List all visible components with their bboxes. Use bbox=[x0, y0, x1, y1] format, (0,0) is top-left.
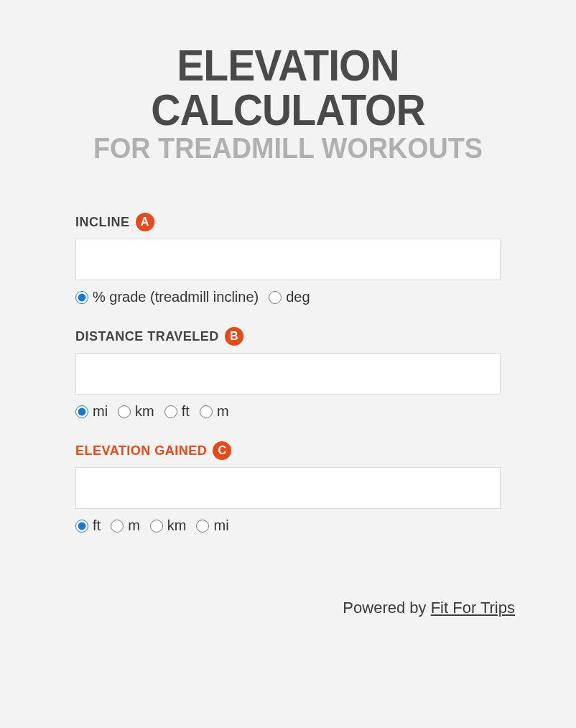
elevation-unit-ft[interactable]: ft bbox=[75, 517, 101, 534]
elevation-unit-km[interactable]: km bbox=[150, 517, 187, 534]
incline-label: INCLINE bbox=[75, 215, 130, 230]
incline-input[interactable] bbox=[75, 239, 501, 280]
footer-prefix: Powered by bbox=[343, 599, 430, 617]
badge-c-icon: C bbox=[213, 441, 231, 460]
elevation-unit-m[interactable]: m bbox=[111, 517, 140, 534]
distance-label-row: DISTANCE TRAVELED B bbox=[75, 327, 501, 346]
incline-radio-deg[interactable] bbox=[269, 291, 282, 304]
incline-unit-row: % grade (treadmill incline) deg bbox=[75, 289, 501, 305]
elevation-group: ELEVATION GAINED C ft m km bbox=[75, 441, 501, 534]
badge-b-icon: B bbox=[225, 327, 243, 346]
elevation-label-row: ELEVATION GAINED C bbox=[75, 441, 501, 460]
elevation-radio-mi-label[interactable]: mi bbox=[213, 517, 228, 534]
footer: Powered by Fit For Trips bbox=[36, 563, 540, 617]
distance-group: DISTANCE TRAVELED B mi km ft bbox=[75, 327, 501, 420]
page-subtitle: FOR TREADMILL WORKOUTS bbox=[56, 132, 520, 165]
elevation-unit-mi[interactable]: mi bbox=[196, 517, 228, 534]
elevation-radio-m-label[interactable]: m bbox=[128, 517, 140, 534]
elevation-label: ELEVATION GAINED bbox=[75, 443, 207, 459]
elevation-radio-km[interactable] bbox=[150, 520, 163, 533]
page-title: ELEVATION CALCULATOR bbox=[56, 43, 520, 132]
incline-radio-deg-label[interactable]: deg bbox=[286, 289, 310, 305]
header: ELEVATION CALCULATOR FOR TREADMILL WORKO… bbox=[36, 43, 540, 165]
elevation-radio-m[interactable] bbox=[111, 520, 124, 533]
calculator-container: ELEVATION CALCULATOR FOR TREADMILL WORKO… bbox=[0, 0, 576, 639]
incline-radio-percent-label[interactable]: % grade (treadmill incline) bbox=[93, 289, 259, 305]
distance-radio-m-label[interactable]: m bbox=[217, 403, 229, 420]
calculator-form: INCLINE A % grade (treadmill incline) de… bbox=[36, 173, 540, 563]
distance-radio-km-label[interactable]: km bbox=[135, 403, 154, 420]
elevation-unit-row: ft m km mi bbox=[75, 517, 501, 534]
distance-unit-ft[interactable]: ft bbox=[164, 403, 190, 420]
distance-unit-mi[interactable]: mi bbox=[75, 403, 108, 420]
fit-for-trips-link[interactable]: Fit For Trips bbox=[431, 599, 515, 617]
distance-radio-m[interactable] bbox=[200, 405, 213, 418]
elevation-radio-ft-label[interactable]: ft bbox=[93, 517, 101, 534]
elevation-radio-mi[interactable] bbox=[196, 520, 209, 533]
distance-radio-mi-label[interactable]: mi bbox=[93, 403, 108, 420]
distance-label: DISTANCE TRAVELED bbox=[75, 329, 219, 344]
elevation-radio-ft[interactable] bbox=[75, 520, 88, 533]
distance-radio-km[interactable] bbox=[118, 405, 131, 418]
incline-label-row: INCLINE A bbox=[75, 213, 501, 231]
incline-group: INCLINE A % grade (treadmill incline) de… bbox=[75, 213, 501, 305]
distance-radio-ft[interactable] bbox=[164, 405, 177, 418]
badge-a-icon: A bbox=[136, 213, 154, 231]
distance-unit-km[interactable]: km bbox=[118, 403, 154, 420]
incline-radio-percent[interactable] bbox=[75, 291, 88, 304]
elevation-input[interactable] bbox=[75, 467, 501, 509]
distance-unit-row: mi km ft m bbox=[75, 403, 501, 420]
distance-input[interactable] bbox=[75, 353, 501, 395]
elevation-radio-km-label[interactable]: km bbox=[167, 517, 187, 534]
distance-radio-mi[interactable] bbox=[75, 405, 88, 418]
distance-unit-m[interactable]: m bbox=[200, 403, 229, 420]
incline-unit-percent[interactable]: % grade (treadmill incline) bbox=[75, 289, 259, 305]
distance-radio-ft-label[interactable]: ft bbox=[182, 403, 190, 420]
incline-unit-deg[interactable]: deg bbox=[269, 289, 310, 305]
